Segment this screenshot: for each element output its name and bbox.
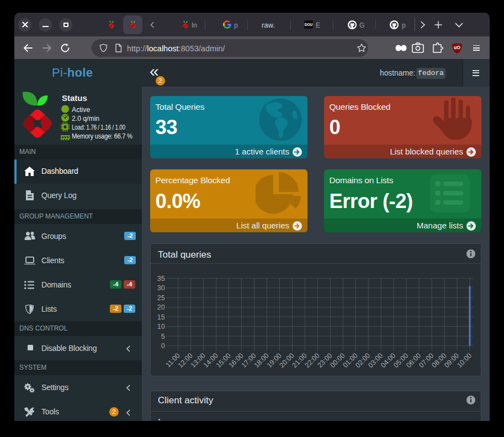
- svg-text:20: 20: [157, 303, 165, 311]
- svg-text:5: 5: [161, 333, 165, 340]
- svg-text:10: 10: [157, 323, 165, 331]
- svg-text:0: 0: [161, 342, 165, 350]
- svg-text:uO: uO: [454, 45, 460, 50]
- svg-text:10:00: 10:00: [455, 351, 473, 369]
- svg-text:35: 35: [157, 275, 165, 283]
- svg-text:15: 15: [157, 313, 165, 321]
- svg-text:25: 25: [157, 294, 165, 302]
- svg-text:30: 30: [157, 284, 165, 292]
